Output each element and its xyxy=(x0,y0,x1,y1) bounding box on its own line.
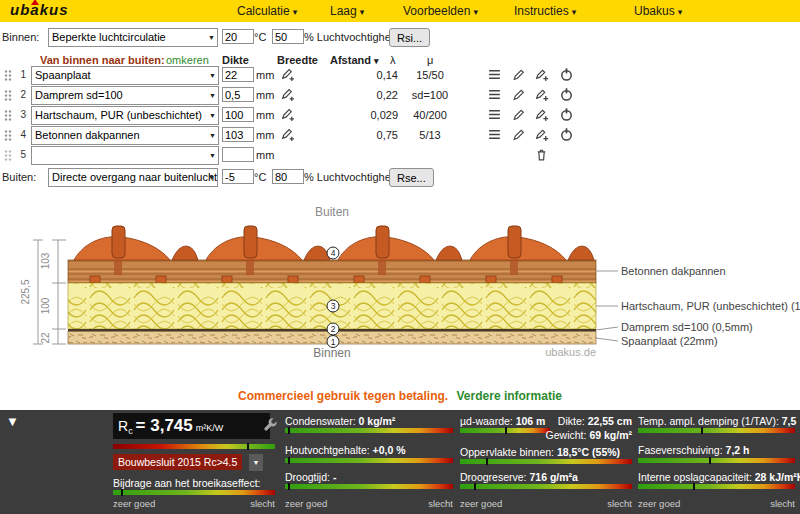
bouwbesluit-dropdown-icon[interactable]: ▼ xyxy=(249,454,263,471)
condenswater-bar xyxy=(285,428,453,433)
leader-lines xyxy=(596,271,618,341)
broeikas-bar xyxy=(113,490,275,495)
buiten-temp-input[interactable] xyxy=(222,169,254,184)
layer-number: 1 xyxy=(14,69,26,80)
material-list-icon[interactable] xyxy=(487,87,502,102)
humidity-label: % Luchtvochtigheid xyxy=(304,171,399,183)
edit-layer-icon[interactable] xyxy=(511,67,526,82)
metric-label: Interne opslagcapaciteit: xyxy=(638,471,752,483)
drag-handle-icon[interactable] xyxy=(4,129,12,142)
nav-label: Ubakus xyxy=(634,4,675,18)
add-section-icon[interactable] xyxy=(280,107,295,122)
delete-layer-icon[interactable] xyxy=(534,147,549,162)
buiten-humidity-input[interactable] xyxy=(272,169,304,184)
layer-number: 3 xyxy=(14,109,26,120)
scale-row: zeer goed slecht xyxy=(285,498,453,509)
dikte-input[interactable] xyxy=(222,127,254,142)
metric-value: 0 kg/m² xyxy=(359,415,396,427)
buiten-surface-select[interactable]: Directe overgang naar buitenlucht▼ xyxy=(48,168,218,187)
bouwbesluit-select[interactable]: Bouwbesluit 2015 Rc>4.5 xyxy=(113,454,242,470)
oppervlakte-metric: Oppervlakte binnen: 18,5°C (55%) xyxy=(460,446,620,458)
add-section-icon[interactable] xyxy=(280,87,295,102)
toggle-layer-icon[interactable] xyxy=(559,67,574,82)
duplicate-layer-icon[interactable] xyxy=(534,107,549,122)
chevron-down-icon: ▾ xyxy=(473,7,478,17)
duplicate-layer-icon[interactable] xyxy=(534,87,549,102)
scale-row: zeer goed slecht xyxy=(460,498,632,509)
metric-value: 22,55 cm xyxy=(588,415,632,427)
drag-handle-icon[interactable] xyxy=(4,89,12,102)
binnen-surface-select[interactable]: Beperkte luchtcirculatie▼ xyxy=(48,28,218,47)
dikte-input[interactable] xyxy=(222,67,254,82)
unit-mm: mm xyxy=(256,89,274,101)
scale-right: slecht xyxy=(770,498,795,509)
drag-handle-icon[interactable] xyxy=(4,149,12,162)
dikte-input[interactable] xyxy=(222,147,254,162)
rse-button[interactable]: Rse... xyxy=(389,168,434,187)
binnen-row: Binnen: Beperkte luchtcirculatie▼ °C % L… xyxy=(0,28,800,48)
rc-value-box: Rc = 3,745 m²K/W xyxy=(113,413,270,439)
dikte-input[interactable] xyxy=(222,87,254,102)
mu-value: 40/200 xyxy=(404,109,456,121)
layer-number: 2 xyxy=(14,89,26,100)
edit-layer-icon[interactable] xyxy=(511,87,526,102)
watermark: ubakus.de xyxy=(545,346,596,358)
nav-calculatie[interactable]: Calculatie▾ xyxy=(237,4,297,18)
lambda-value: 0,14 xyxy=(358,69,398,81)
material-select[interactable]: Damprem sd=100▼ xyxy=(31,86,219,105)
material-select[interactable]: Spaanplaat▼ xyxy=(31,66,219,85)
toggle-layer-icon[interactable] xyxy=(559,87,574,102)
nav-laag[interactable]: Laag▾ xyxy=(330,4,364,18)
rc-symbol: R xyxy=(118,418,128,434)
drag-handle-icon[interactable] xyxy=(4,109,12,122)
houtvocht-metric: Houtvochtgehalte: +0,0 % xyxy=(285,444,406,456)
rsi-button[interactable]: Rsi... xyxy=(389,28,430,47)
material-select[interactable]: ▼ xyxy=(31,146,219,165)
logo[interactable]: ubakus xyxy=(10,1,69,18)
material-select[interactable]: Betonnen dakpannen▼ xyxy=(31,126,219,145)
logo-roof-icon xyxy=(31,0,39,5)
wrench-icon[interactable] xyxy=(263,418,278,433)
collapse-panel-icon[interactable]: ▼ xyxy=(6,414,19,429)
chevron-down-icon: ▾ xyxy=(374,56,379,66)
lambda-value: 0,029 xyxy=(358,109,398,121)
duplicate-layer-icon[interactable] xyxy=(534,67,549,82)
binnen-temp-input[interactable] xyxy=(222,29,254,44)
broeikas-label: Bijdrage aan het broeikaseffect: xyxy=(113,477,261,489)
add-section-icon[interactable] xyxy=(280,127,295,142)
add-section-icon[interactable] xyxy=(280,67,295,82)
dim-board: 22 xyxy=(40,332,51,344)
droogreserve-bar xyxy=(460,484,632,489)
metric-value: +0,0 % xyxy=(373,444,406,456)
notice-link[interactable]: Verdere informatie xyxy=(457,389,562,403)
rating-marker xyxy=(288,427,290,434)
toggle-layer-icon[interactable] xyxy=(559,107,574,122)
material-list-icon[interactable] xyxy=(487,127,502,142)
material-select[interactable]: Hartschaum, PUR (unbeschichtet)▼ xyxy=(31,106,219,125)
top-nav: ubakus Calculatie▾ Laag▾ Voorbeelden▾ In… xyxy=(0,0,800,22)
toggle-layer-icon[interactable] xyxy=(559,127,574,142)
col-afstand-dropdown[interactable]: Afstand ▾ xyxy=(330,54,379,66)
rc-value: = 3,745 xyxy=(136,416,193,435)
nav-ubakus[interactable]: Ubakus▾ xyxy=(634,4,682,18)
select-arrow-icon: ▼ xyxy=(209,107,216,124)
dikte-input[interactable] xyxy=(222,107,254,122)
layer-row: 5 ▼ mm xyxy=(0,146,800,164)
metric-value: - xyxy=(333,471,337,483)
edit-layer-icon[interactable] xyxy=(511,107,526,122)
duplicate-layer-icon[interactable] xyxy=(534,127,549,142)
metric-label: Condenswater: xyxy=(285,415,356,427)
drag-handle-icon[interactable] xyxy=(4,69,12,82)
binnen-humidity-input[interactable] xyxy=(272,29,304,44)
cross-section-diagram: Buiten xyxy=(0,196,800,376)
dikte-metric: Dikte: 22,55 cm xyxy=(536,415,632,427)
material-list-icon[interactable] xyxy=(487,107,502,122)
edit-layer-icon[interactable] xyxy=(511,127,526,142)
binnen-label: Binnen: xyxy=(2,31,39,43)
metric-value: 716 g/m²a xyxy=(529,471,577,483)
scale-right: slecht xyxy=(428,498,453,509)
material-list-icon[interactable] xyxy=(487,67,502,82)
reverse-link[interactable]: omkeren xyxy=(166,54,209,66)
nav-voorbeelden[interactable]: Voorbeelden▾ xyxy=(403,4,478,18)
nav-instructies[interactable]: Instructies▾ xyxy=(514,4,576,18)
